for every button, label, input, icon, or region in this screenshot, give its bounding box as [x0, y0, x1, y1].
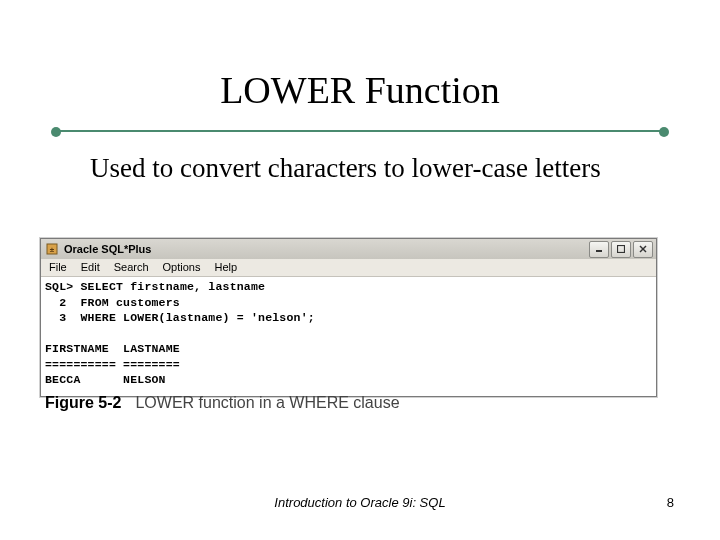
figure-caption-text: LOWER function in a WHERE clause — [135, 394, 399, 411]
slide-title: LOWER Function — [0, 68, 720, 112]
figure-caption: Figure 5-2LOWER function in a WHERE clau… — [45, 394, 400, 412]
minimize-button[interactable] — [589, 241, 609, 258]
window-controls — [589, 241, 653, 258]
footer-text: Introduction to Oracle 9i: SQL — [0, 495, 720, 510]
slide: LOWER Function Used to convert character… — [0, 0, 720, 540]
close-button[interactable] — [633, 241, 653, 258]
sqlplus-window: ± Oracle SQL*Plus File Edit Search Optio… — [40, 238, 657, 397]
maximize-button[interactable] — [611, 241, 631, 258]
title-divider — [56, 130, 664, 132]
window-title: Oracle SQL*Plus — [64, 243, 589, 255]
figure-label: Figure 5-2 — [45, 394, 121, 411]
footer-source: Introduction to Oracle 9i: SQL — [274, 495, 445, 510]
menu-help[interactable]: Help — [214, 261, 237, 273]
console-output: SQL> SELECT firstname, lastname 2 FROM c… — [41, 277, 656, 396]
svg-rect-2 — [596, 250, 602, 252]
menu-search[interactable]: Search — [114, 261, 149, 273]
slide-body-text: Used to convert characters to lower-case… — [90, 152, 630, 186]
menu-file[interactable]: File — [49, 261, 67, 273]
app-icon: ± — [45, 242, 59, 256]
page-number: 8 — [667, 495, 674, 510]
svg-rect-3 — [618, 246, 625, 253]
window-titlebar: ± Oracle SQL*Plus — [41, 239, 656, 259]
menu-edit[interactable]: Edit — [81, 261, 100, 273]
menubar: File Edit Search Options Help — [41, 259, 656, 277]
svg-text:±: ± — [50, 245, 55, 254]
menu-options[interactable]: Options — [163, 261, 201, 273]
